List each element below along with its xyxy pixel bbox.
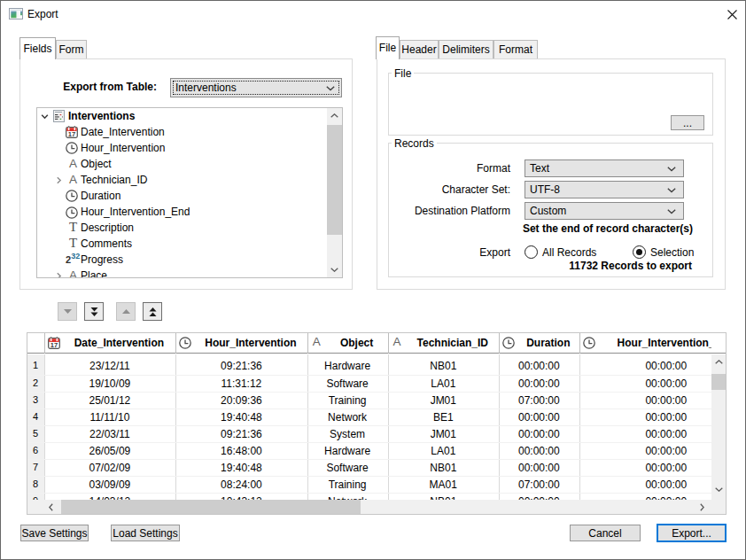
svg-text:17: 17	[68, 130, 75, 138]
svg-text:17: 17	[50, 341, 57, 349]
